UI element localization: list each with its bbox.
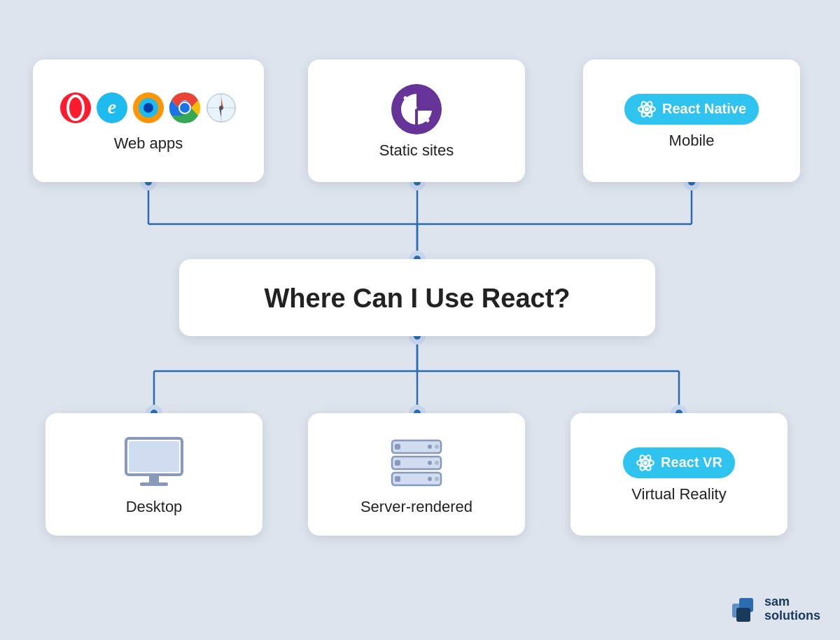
samsolutions-icon [729, 594, 760, 625]
svg-rect-64 [395, 476, 400, 482]
svg-rect-60 [395, 460, 400, 466]
card-center: Where Can I Use React? [179, 259, 655, 336]
safari-icon [204, 91, 238, 125]
svg-point-45 [219, 106, 223, 110]
svg-rect-52 [129, 441, 179, 472]
center-label: Where Can I Use React? [264, 284, 570, 314]
react-vr-badge: React VR [623, 447, 735, 478]
svg-rect-56 [395, 444, 400, 450]
server-icon [385, 435, 448, 491]
svg-point-62 [435, 461, 439, 465]
card-static-sites: Static sites [308, 60, 525, 182]
react-vr-label: React VR [661, 454, 722, 471]
logo-text: sam solutions [764, 595, 820, 623]
svg-rect-54 [140, 482, 168, 486]
card-mobile: React Native Mobile [583, 60, 800, 182]
react-vr-icon [636, 453, 655, 473]
ie-icon: e [95, 91, 129, 125]
svg-point-65 [428, 477, 432, 481]
browser-icons: e [59, 91, 238, 125]
svg-rect-53 [149, 475, 159, 483]
react-native-icon [637, 99, 657, 119]
opera-icon [59, 91, 92, 125]
diagram-container: e [0, 0, 840, 640]
svg-point-38 [180, 103, 190, 113]
svg-point-34 [144, 103, 153, 113]
server-rendered-label: Server-rendered [360, 498, 472, 516]
firefox-icon [132, 91, 165, 125]
mobile-label: Mobile [669, 132, 715, 150]
svg-point-67 [643, 461, 648, 465]
svg-point-58 [435, 445, 439, 449]
svg-rect-73 [736, 608, 750, 622]
desktop-label: Desktop [126, 498, 183, 516]
svg-point-57 [428, 445, 432, 449]
react-native-badge: React Native [624, 94, 759, 125]
card-vr: React VR Virtual Reality [570, 413, 788, 536]
web-apps-label: Web apps [114, 134, 183, 153]
svg-point-47 [645, 107, 649, 111]
vr-label: Virtual Reality [631, 485, 726, 503]
card-desktop: Desktop [46, 413, 262, 536]
card-web-apps: e [33, 60, 264, 182]
static-sites-label: Static sites [379, 141, 454, 160]
desktop-icon [122, 435, 186, 491]
chrome-icon [168, 91, 202, 125]
gatsby-icon [391, 84, 442, 134]
card-server: Server-rendered [308, 413, 525, 536]
samsolutions-logo: sam solutions [729, 594, 820, 625]
react-native-label: React Native [662, 101, 746, 117]
svg-text:e: e [108, 96, 116, 118]
svg-point-61 [428, 461, 432, 465]
svg-point-66 [435, 477, 439, 481]
